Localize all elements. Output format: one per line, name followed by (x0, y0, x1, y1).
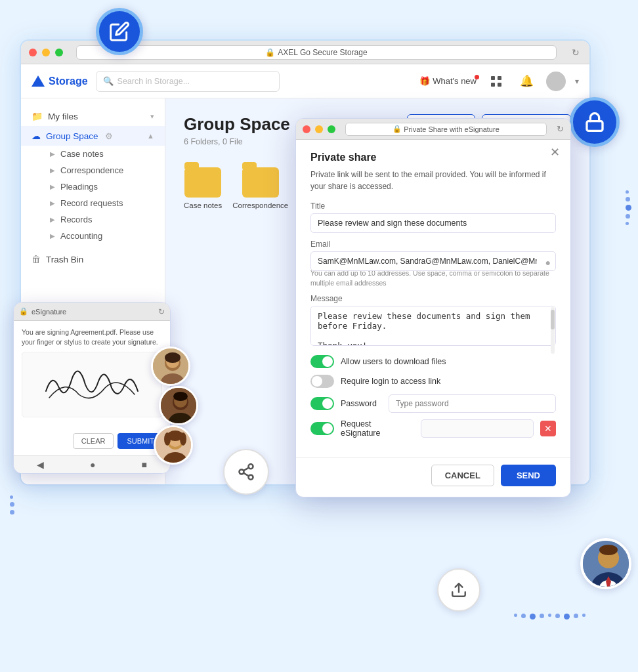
traffic-light-yellow[interactable] (42, 49, 50, 56)
folder-icon-0 (184, 167, 221, 198)
sidebar-item-case-notes[interactable]: ▶ Case notes (45, 146, 165, 162)
dot-8 (574, 614, 578, 618)
message-textarea[interactable]: Please review these documents and sign t… (310, 306, 556, 346)
dot-l3 (10, 510, 14, 514)
lock-modal-icon: 🔒 (393, 125, 402, 133)
browser-reload-btn[interactable]: ↻ (570, 47, 582, 58)
dot-4 (540, 614, 544, 618)
sidebar-item-trash-bin[interactable]: 🗑 Trash Bin (21, 249, 165, 269)
modal-tl-red[interactable] (303, 125, 310, 133)
page-title: Group Space (184, 114, 290, 135)
password-toggle[interactable] (310, 397, 334, 410)
sidebar-item-my-files[interactable]: 📁 My files ▾ (21, 106, 165, 126)
dot-r2 (626, 197, 630, 201)
upload-circle-btn[interactable] (437, 568, 480, 612)
sidebar-label-pleadings: Pleadings (60, 182, 98, 192)
password-input[interactable] (389, 394, 556, 413)
chevron-right-icon-5: ▶ (50, 216, 55, 223)
require-login-toggle[interactable] (310, 375, 334, 388)
require-login-label: Require login to access link (341, 377, 440, 386)
dot-r3 (626, 205, 631, 211)
esig-toggle[interactable] (310, 422, 334, 435)
modal-close-btn[interactable]: ✕ (550, 146, 560, 158)
mobile-reload-icon[interactable]: ↻ (158, 307, 165, 316)
user-avatar[interactable] (546, 72, 566, 91)
textarea-scrollbar-thumb (551, 310, 555, 329)
dot-l2 (10, 502, 14, 507)
email-input[interactable] (310, 251, 556, 271)
folder-item-0[interactable]: Case notes (184, 167, 222, 216)
sidebar-label-records: Records (60, 215, 92, 224)
send-btn[interactable]: SEND (501, 465, 556, 486)
modal-reload-btn[interactable]: ↻ (557, 124, 564, 134)
chevron-right-icon-3: ▶ (50, 183, 55, 190)
modal-url-text: Private Share with eSignature (404, 125, 500, 133)
search-bar[interactable]: 🔍 Search in Storage... (96, 71, 280, 92)
esig-clear-btn[interactable]: ✕ (540, 421, 556, 436)
sidebar-item-records[interactable]: ▶ Records (45, 211, 165, 228)
logo-triangle-icon (32, 75, 45, 87)
sidebar-label-accounting: Accounting (60, 231, 102, 241)
share-circle-btn[interactable] (223, 449, 269, 495)
bell-icon: 🔔 (520, 74, 534, 88)
svg-rect-3 (491, 83, 495, 87)
lock-icon (584, 112, 605, 133)
sidebar-label-correspondence: Correspondence (60, 165, 123, 175)
traffic-light-green[interactable] (55, 49, 63, 56)
bell-btn[interactable]: 🔔 (516, 71, 537, 92)
allow-download-toggle[interactable] (310, 355, 334, 368)
mobile-footer: CLEAR SUBMIT (14, 429, 170, 455)
sidebar-item-accounting[interactable]: ▶ Accounting (45, 228, 165, 244)
require-login-row: Require login to access link (310, 375, 556, 388)
avatar-3 (154, 425, 193, 465)
notification-dot (475, 75, 479, 79)
sidebar-sub-items: ▶ Case notes ▶ Correspondence ▶ Pleading… (21, 146, 165, 244)
browser-url-bar: 🔒 AXEL Go Secure Storage (76, 45, 557, 60)
textarea-scrollbar[interactable] (551, 307, 555, 354)
sidebar-item-group-space[interactable]: ☁ Group Space ⚙ ▲ (21, 126, 165, 146)
mobile-home-btn[interactable]: ● (90, 459, 95, 470)
traffic-light-red[interactable] (29, 49, 37, 56)
sidebar-label-case-notes: Case notes (60, 149, 104, 159)
modal-titlebar: 🔒 Private Share with eSignature ↻ (296, 119, 570, 140)
esig-input[interactable] (421, 419, 534, 438)
url-text: AXEL Go Secure Storage (278, 48, 367, 57)
cancel-btn[interactable]: CANCEL (431, 465, 494, 486)
email-input-wrap: ● (310, 251, 556, 274)
modal-footer: CANCEL SEND (296, 457, 570, 497)
edit-icon (109, 21, 130, 42)
title-input[interactable] (310, 213, 556, 233)
svg-rect-1 (491, 76, 495, 80)
modal-tl-yellow[interactable] (315, 125, 323, 133)
svg-line-11 (244, 473, 249, 476)
whats-new-label: What's new (433, 76, 477, 86)
mobile-square-btn[interactable]: ■ (142, 459, 147, 470)
signature-area[interactable] (22, 352, 162, 417)
edit-icon-circle[interactable] (96, 8, 143, 55)
grid-view-btn[interactable] (486, 71, 507, 92)
lock-mobile-icon: 🔒 (19, 307, 28, 316)
message-textarea-wrap: Please review these documents and sign t… (310, 306, 556, 355)
email-clear-btn[interactable]: ● (545, 257, 551, 268)
chevron-right-icon-6: ▶ (50, 232, 55, 240)
header-actions: 🎁 What's new 🔔 ▾ (419, 71, 579, 92)
esig-label: Request eSignature (341, 419, 409, 438)
folder-label-1: Correspondence (232, 201, 288, 209)
sidebar-item-pleadings[interactable]: ▶ Pleadings (45, 178, 165, 195)
title-field-label: Title (310, 201, 556, 211)
folder-item-1[interactable]: Correspondence (232, 167, 288, 216)
clear-btn[interactable]: CLEAR (73, 433, 114, 449)
modal-tl-green[interactable] (328, 125, 335, 133)
chevron-right-icon: ▶ (50, 150, 55, 158)
search-icon: 🔍 (103, 76, 114, 86)
gear-icon[interactable]: ⚙ (104, 131, 114, 141)
sidebar-item-correspondence[interactable]: ▶ Correspondence (45, 162, 165, 178)
dot-r1 (626, 190, 629, 194)
whats-new-btn[interactable]: 🎁 What's new (419, 76, 477, 86)
lock-icon-circle[interactable] (570, 97, 620, 147)
mobile-back-btn[interactable]: ◀ (37, 459, 44, 470)
mobile-titlebar: 🔒 eSignature ↻ (14, 303, 170, 321)
chevron-down-icon[interactable]: ▾ (575, 77, 579, 86)
avatar-right (580, 538, 631, 589)
sidebar-item-record-requests[interactable]: ▶ Record requests (45, 195, 165, 211)
